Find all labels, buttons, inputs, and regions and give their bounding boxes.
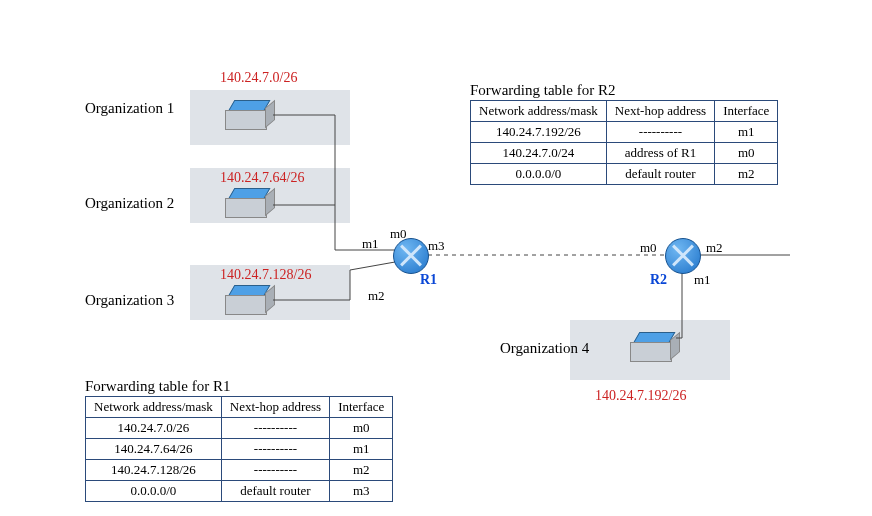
router-r2-icon [665, 238, 701, 274]
r1-port-m2: m2 [368, 288, 385, 304]
router-r1-name: R1 [420, 272, 437, 288]
r1-port-m3: m3 [428, 238, 445, 254]
table-r1-title: Forwarding table for R1 [85, 378, 230, 395]
router-r1-icon [393, 238, 429, 274]
host-icon [225, 188, 271, 220]
th: Interface [330, 397, 393, 418]
org2-net: 140.24.7.64/26 [220, 170, 304, 186]
org3-net: 140.24.7.128/26 [220, 267, 311, 283]
host-icon [630, 332, 676, 364]
th: Next-hop address [221, 397, 329, 418]
org1-net: 140.24.7.0/26 [220, 70, 297, 86]
org3-label: Organization 3 [85, 292, 174, 309]
table-r2-title: Forwarding table for R2 [470, 82, 615, 99]
org2-label: Organization 2 [85, 195, 174, 212]
r2-port-m1: m1 [694, 272, 711, 288]
th: Network address/mask [86, 397, 222, 418]
r1-port-m0: m0 [390, 226, 407, 242]
org1-label: Organization 1 [85, 100, 174, 117]
th: Network address/mask [471, 101, 607, 122]
th: Next-hop address [606, 101, 714, 122]
forwarding-table-r1: Network address/mask Next-hop address In… [85, 396, 393, 502]
r1-port-m1: m1 [362, 236, 379, 252]
router-r2-name: R2 [650, 272, 667, 288]
org4-net: 140.24.7.192/26 [595, 388, 686, 404]
host-icon [225, 100, 271, 132]
forwarding-table-r2: Network address/mask Next-hop address In… [470, 100, 778, 185]
th: Interface [715, 101, 778, 122]
r2-port-m0: m0 [640, 240, 657, 256]
org4-label: Organization 4 [500, 340, 589, 357]
r2-port-m2: m2 [706, 240, 723, 256]
host-icon [225, 285, 271, 317]
